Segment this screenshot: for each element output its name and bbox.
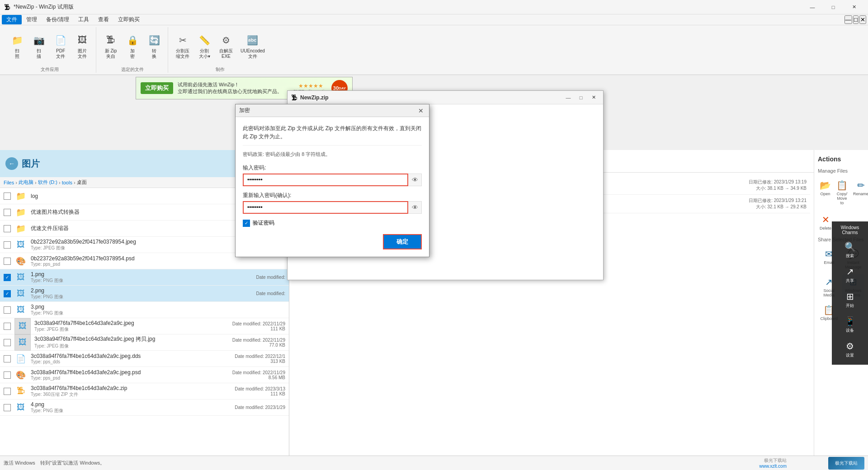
charm-start[interactable]: ⊞ 开始	[836, 288, 863, 311]
ribbon-btn-convert[interactable]: 🔄 转换	[144, 31, 164, 61]
file-item-4png[interactable]: 🖼 4.png Type: PNG 图像 Date modified: 2023…	[0, 400, 289, 416]
filetype-3c-jpeg: Type: JPEG 图像	[34, 326, 213, 333]
filename-4png: 4.png	[31, 401, 213, 408]
action-open[interactable]: 📂 Open	[818, 177, 833, 208]
menu-backup[interactable]: 备份/清理	[42, 15, 74, 24]
checkbox-3c-jpeg[interactable]	[4, 323, 11, 330]
password-label: 输入密码:	[243, 164, 422, 172]
charm-settings-label: 设置	[846, 352, 854, 358]
folder-icon-converter: 📁	[14, 206, 27, 219]
file-item-3c-copy[interactable]: 🖼 3c038a94f76fa7ff4be1c64d3afe2a9c.jpeg …	[0, 334, 289, 351]
breadcrumb-d[interactable]: 软件 (D:)	[38, 179, 57, 186]
app-min-button[interactable]: —	[844, 15, 852, 24]
file-item-3c-dds[interactable]: 📄 3c038a94f76fa7ff4be1c64d3afe2a9c.jpeg.…	[0, 351, 289, 367]
checkbox-psd1[interactable]	[4, 258, 11, 265]
ribbon-btn-splitsize[interactable]: 📏 分割大小▾	[194, 31, 214, 61]
charm-share[interactable]: ↗ 共享	[836, 263, 863, 287]
charm-search[interactable]: 🔍 搜索	[836, 239, 863, 262]
manage-actions-grid: 📂 Open 📋 Copy/ Move to ✏ Rename	[818, 177, 864, 208]
file-item-3c-jpeg[interactable]: 🖼 3c038a94f76fa7ff4be1c64d3afe2a9c.jpeg …	[0, 318, 289, 334]
back-button[interactable]: ←	[5, 157, 18, 170]
checkbox-converter[interactable]	[4, 209, 11, 216]
menu-tools[interactable]: 工具	[74, 15, 94, 24]
ribbon-btn-image[interactable]: 🖼 图片文件	[72, 31, 92, 61]
scan-icon: 📁	[10, 33, 24, 47]
checkbox-3c-psd[interactable]	[4, 371, 11, 379]
breadcrumb-files[interactable]: Files	[4, 180, 14, 185]
menu-file[interactable]: 文件	[2, 15, 22, 24]
ribbon-btn-pdf[interactable]: 📄 PDF文件	[51, 31, 71, 61]
filename-3c-dds: 3c038a94f76fa7ff4be1c64d3afe2a9c.jpeg.dd…	[31, 353, 213, 359]
nz-max-button[interactable]: □	[575, 93, 587, 103]
download-site-label: 极光下载站	[764, 457, 787, 464]
png-icon-4: 🖼	[14, 401, 27, 414]
password-input[interactable]	[243, 174, 408, 186]
checkbox-3png[interactable]	[4, 306, 11, 314]
newzip-icon: 🗜	[104, 33, 118, 47]
file-item-2png[interactable]: ✓ 🖼 2.png Type: PNG 图像 Date modified:	[0, 286, 289, 302]
checkbox-3c-dds[interactable]	[4, 355, 11, 362]
file-item-1png[interactable]: ✓ 🖼 1.png Type: PNG 图像 Date modified:	[0, 269, 289, 286]
filedate-3c-psd: Date modified: 2022/11/298.56 MB	[213, 370, 285, 380]
app-close-button[interactable]: ✕	[859, 15, 866, 24]
menu-buy[interactable]: 立即购买	[113, 15, 144, 24]
maximize-button[interactable]: □	[823, 0, 844, 14]
encrypt-ok-button[interactable]: 确定	[383, 234, 422, 249]
ribbon-btn-sfx[interactable]: ⚙ 自解压EXE	[216, 31, 236, 61]
encrypt-dialog: 加密 ✕ 此密码对添加至此 Zip 文件或从此 Zip 文件解压的所有文件有效，…	[235, 104, 429, 257]
action-delete[interactable]: ✕ Delete	[818, 212, 833, 233]
ribbon-btn-uuencoded[interactable]: 🔤 UUEncoded文件	[238, 31, 268, 61]
encrypt-buttons: 确定	[243, 234, 422, 249]
charm-share-label: 共享	[846, 278, 854, 284]
app-max-button[interactable]: □	[853, 15, 859, 24]
verify-checkbox[interactable]: ✓	[243, 220, 250, 227]
open-label: Open	[820, 192, 830, 196]
file-item-3c-psd[interactable]: 🎨 3c038a94f76fa7ff4be1c64d3afe2a9c.jpeg.…	[0, 367, 289, 383]
ribbon-btn-encrypt[interactable]: 🔒 加密	[123, 31, 142, 61]
filedate-1png: Date modified:	[213, 275, 285, 280]
checkbox-3c-copy[interactable]	[4, 339, 11, 346]
nz-close-button[interactable]: ✕	[588, 93, 599, 103]
close-button[interactable]: ✕	[844, 0, 864, 14]
checkbox-2png[interactable]: ✓	[4, 290, 11, 297]
action-rename[interactable]: ✏ Rename	[851, 177, 868, 208]
checkbox-compressor[interactable]	[4, 225, 11, 232]
filedate-2png: Date modified:	[213, 291, 285, 296]
checkbox-3c-zip[interactable]	[4, 388, 11, 395]
filedate-3c-zip: Date modified: 2023/3/13111 KB	[213, 386, 285, 396]
checkbox-1png[interactable]: ✓	[4, 274, 11, 281]
confirm-input[interactable]	[243, 201, 408, 214]
ribbon-btn-split[interactable]: ✂ 分割压缩文件	[173, 31, 193, 61]
checkbox-jpeg1[interactable]	[4, 241, 11, 249]
sfx-icon: ⚙	[219, 33, 233, 47]
ribbon-group-selected: 🗜 新 Zip夹自 🔒 加密 🔄 转换 选定的文件	[97, 27, 168, 73]
confirm-eye-button[interactable]: 👁	[408, 201, 422, 214]
minimize-button[interactable]: —	[802, 0, 823, 14]
action-copy[interactable]: 📋 Copy/ Move to	[835, 177, 849, 208]
ribbon-group-label-1: 文件应用	[41, 66, 59, 73]
copy-label: Copy/ Move to	[836, 192, 848, 205]
password-eye-button[interactable]: 👁	[408, 174, 422, 186]
charms-label: WindowsCharms	[841, 225, 859, 235]
file-item-3png[interactable]: 🖼 3.png Type: PNG 图像	[0, 302, 289, 318]
charm-settings[interactable]: ⚙ 设置	[836, 338, 863, 361]
nz-min-button[interactable]: —	[562, 93, 574, 103]
checkbox-4png[interactable]	[4, 404, 11, 411]
breadcrumb-tools[interactable]: tools	[62, 180, 72, 185]
checkbox-log[interactable]	[4, 193, 11, 200]
menu-view[interactable]: 查看	[94, 15, 113, 24]
charm-devices[interactable]: 📱 设备	[836, 313, 863, 336]
buy-now-button[interactable]: 立即购买	[141, 82, 173, 94]
menu-manage[interactable]: 管理	[22, 15, 42, 24]
jpeg-icon-1: 🖼	[14, 239, 27, 251]
ribbon-group-file-app: 📁 扫照 📷 扫描 📄 PDF文件 🖼 图片文件 文件应用	[4, 27, 96, 73]
ribbon-btn-scanfile[interactable]: 📷 扫描	[29, 31, 49, 61]
folder-icon-compressor: 📁	[14, 222, 27, 235]
splitsize-icon: 📏	[197, 33, 212, 47]
breadcrumb-mypc[interactable]: 此电脑	[19, 179, 33, 186]
ribbon-btn-scan[interactable]: 📁 扫照	[7, 31, 27, 61]
ribbon-btn-newzip[interactable]: 🗜 新 Zip夹自	[101, 31, 121, 61]
encrypt-close-button[interactable]: ✕	[416, 106, 425, 115]
filetype-1png: Type: PNG 图像	[31, 277, 213, 284]
file-item-3c-zip[interactable]: 🗜 3c038a94f76fa7ff4be1c64d3afe2a9c.zip T…	[0, 383, 289, 400]
